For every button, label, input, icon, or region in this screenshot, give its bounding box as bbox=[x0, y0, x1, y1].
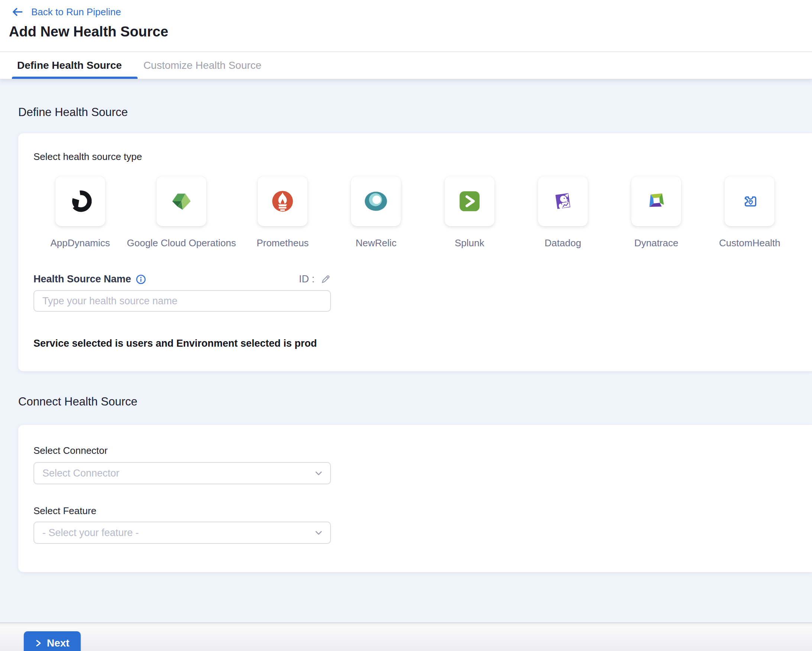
prometheus-tile[interactable] bbox=[258, 176, 307, 226]
source-option-appdynamics: AppDynamics bbox=[34, 176, 127, 249]
info-icon[interactable] bbox=[136, 274, 146, 284]
source-option-dynatrace: Dynatrace bbox=[610, 176, 703, 249]
connect-health-source-card: Select Connector Select Connector Select… bbox=[18, 425, 812, 572]
back-link[interactable]: Back to Run Pipeline bbox=[31, 6, 121, 18]
dynatrace-tile[interactable] bbox=[631, 176, 681, 226]
feature-select-placeholder: - Select your feature - bbox=[43, 527, 139, 539]
footer-bar: Next bbox=[0, 622, 812, 651]
appdynamics-tile[interactable] bbox=[55, 176, 105, 226]
id-label: ID : bbox=[299, 274, 314, 285]
splunk-tile[interactable] bbox=[445, 176, 495, 226]
select-connector-label: Select Connector bbox=[34, 445, 812, 456]
source-label: Google Cloud Operations bbox=[127, 237, 236, 249]
source-option-gco: Google Cloud Operations bbox=[127, 176, 236, 249]
chevron-right-icon bbox=[35, 639, 43, 648]
datadog-tile[interactable] bbox=[538, 176, 588, 226]
datadog-icon bbox=[551, 189, 575, 214]
edit-pencil-icon[interactable] bbox=[320, 274, 331, 285]
page-header: Back to Run Pipeline Add New Health Sour… bbox=[0, 0, 812, 79]
newrelic-icon bbox=[363, 189, 388, 214]
connector-select-placeholder: Select Connector bbox=[43, 468, 119, 479]
define-health-source-card: Select health source type AppDynamics bbox=[18, 133, 812, 371]
source-label: Dynatrace bbox=[634, 237, 679, 249]
source-option-newrelic: NewRelic bbox=[330, 176, 423, 249]
prometheus-icon bbox=[270, 189, 295, 214]
next-button[interactable]: Next bbox=[24, 631, 81, 651]
connector-select[interactable]: Select Connector bbox=[34, 462, 331, 484]
appdynamics-icon bbox=[68, 189, 93, 214]
source-option-datadog: Datadog bbox=[516, 176, 609, 249]
dynatrace-icon bbox=[644, 189, 669, 214]
health-source-name-label: Health Source Name bbox=[34, 274, 131, 285]
tab-customize-health-source[interactable]: Customize Health Source bbox=[143, 52, 261, 79]
tab-define-health-source[interactable]: Define Health Source bbox=[17, 52, 122, 79]
active-tab-underline bbox=[12, 76, 137, 79]
source-option-customhealth: CustomHealth bbox=[703, 176, 797, 249]
customhealth-puzzle-heart-icon bbox=[737, 189, 762, 214]
health-source-type-row: AppDynamics Google Cloud Operations bbox=[34, 176, 797, 249]
arrow-left-icon[interactable] bbox=[11, 6, 24, 18]
source-option-prometheus: Prometheus bbox=[236, 176, 330, 249]
chevron-down-icon bbox=[314, 468, 324, 478]
gco-tile[interactable] bbox=[157, 176, 206, 226]
tab-bar: Define Health Source Customize Health So… bbox=[0, 51, 812, 79]
splunk-icon bbox=[457, 189, 482, 214]
back-row: Back to Run Pipeline bbox=[11, 6, 812, 18]
select-feature-label: Select Feature bbox=[34, 505, 812, 517]
service-environment-note: Service selected is users and Environmen… bbox=[34, 338, 812, 349]
newrelic-tile[interactable] bbox=[351, 176, 401, 226]
customhealth-tile[interactable] bbox=[725, 176, 774, 226]
google-cloud-operations-icon bbox=[169, 189, 194, 214]
source-label: Prometheus bbox=[256, 237, 308, 249]
source-label: AppDynamics bbox=[50, 237, 110, 249]
health-source-name-row: Health Source Name ID : bbox=[34, 274, 331, 285]
health-source-name-input[interactable] bbox=[34, 290, 331, 312]
next-button-label: Next bbox=[47, 637, 70, 649]
tab-label: Define Health Source bbox=[17, 60, 122, 72]
page-title: Add New Health Source bbox=[9, 24, 812, 40]
select-source-type-label: Select health source type bbox=[34, 151, 812, 162]
feature-select[interactable]: - Select your feature - bbox=[34, 521, 331, 544]
main-content: Define Health Source Select health sourc… bbox=[0, 79, 812, 622]
tab-label: Customize Health Source bbox=[143, 60, 261, 72]
source-label: CustomHealth bbox=[719, 237, 780, 249]
connect-section-heading: Connect Health Source bbox=[18, 371, 812, 408]
source-label: Datadog bbox=[545, 237, 581, 249]
define-section-heading: Define Health Source bbox=[18, 79, 812, 119]
source-label: NewRelic bbox=[356, 237, 397, 249]
chevron-down-icon bbox=[314, 528, 324, 538]
source-option-splunk: Splunk bbox=[423, 176, 516, 249]
source-label: Splunk bbox=[455, 237, 484, 249]
